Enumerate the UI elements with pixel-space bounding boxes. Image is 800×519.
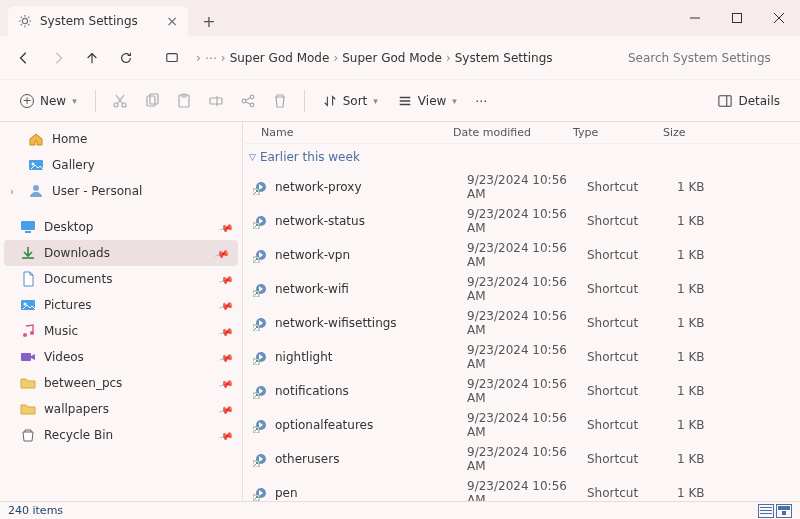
file-row[interactable]: otherusers9/23/2024 10:56 AMShortcut1 KB <box>245 442 800 476</box>
file-row[interactable]: network-vpn9/23/2024 10:56 AMShortcut1 K… <box>245 238 800 272</box>
rename-button[interactable] <box>202 89 230 113</box>
column-type[interactable]: Type <box>573 126 663 139</box>
pin-icon: 📌 <box>214 245 230 261</box>
svg-point-15 <box>250 95 254 99</box>
file-row[interactable]: nightlight9/23/2024 10:56 AMShortcut1 KB <box>245 340 800 374</box>
up-button[interactable] <box>76 42 108 74</box>
file-size: 1 KB <box>677 384 737 398</box>
file-type: Shortcut <box>587 248 677 262</box>
breadcrumb-segment[interactable]: System Settings <box>455 51 553 65</box>
file-row[interactable]: network-wifi9/23/2024 10:56 AMShortcut1 … <box>245 272 800 306</box>
file-row[interactable]: optionalfeatures9/23/2024 10:56 AMShortc… <box>245 408 800 442</box>
copy-button[interactable] <box>138 89 166 113</box>
close-button[interactable] <box>758 0 800 36</box>
file-row[interactable]: network-status9/23/2024 10:56 AMShortcut… <box>245 204 800 238</box>
new-tab-button[interactable]: + <box>192 6 226 36</box>
shortcut-icon <box>253 281 269 297</box>
location-icon[interactable] <box>156 42 188 74</box>
folder-icon <box>20 401 36 417</box>
minimize-button[interactable] <box>674 0 716 36</box>
file-date: 9/23/2024 10:56 AM <box>467 343 587 371</box>
paste-button[interactable] <box>170 89 198 113</box>
file-date: 9/23/2024 10:56 AM <box>467 309 587 337</box>
more-crumb[interactable]: ⋯ <box>205 51 217 65</box>
sidebar-item-recycle-bin[interactable]: Recycle Bin📌 <box>0 422 242 448</box>
sort-button[interactable]: Sort ▾ <box>315 90 386 112</box>
more-button[interactable]: ⋯ <box>469 90 493 112</box>
svg-rect-23 <box>25 231 31 233</box>
cut-button[interactable] <box>106 89 134 113</box>
search-input[interactable] <box>622 45 792 71</box>
file-type: Shortcut <box>587 452 677 466</box>
sidebar-item-downloads[interactable]: Downloads📌 <box>4 240 238 266</box>
file-row[interactable]: network-wifisettings9/23/2024 10:56 AMSh… <box>245 306 800 340</box>
column-headers[interactable]: Name Date modified Type Size <box>245 122 800 144</box>
file-date: 9/23/2024 10:56 AM <box>467 207 587 235</box>
file-type: Shortcut <box>587 214 677 228</box>
sidebar-item-gallery[interactable]: Gallery <box>0 152 242 178</box>
file-row[interactable]: network-proxy9/23/2024 10:56 AMShortcut1… <box>245 170 800 204</box>
chevron-right-icon: › <box>196 51 201 65</box>
column-name[interactable]: Name <box>253 126 453 139</box>
chevron-down-icon: ▽ <box>249 152 256 162</box>
shortcut-icon <box>253 451 269 467</box>
tab-close-button[interactable]: × <box>166 13 178 29</box>
thumbnails-view-button[interactable] <box>776 504 792 518</box>
shortcut-icon <box>253 247 269 263</box>
back-button[interactable] <box>8 42 40 74</box>
file-date: 9/23/2024 10:56 AM <box>467 275 587 303</box>
chevron-down-icon: ▾ <box>72 96 77 106</box>
pin-icon: 📌 <box>218 323 234 339</box>
sidebar-item-user-personal[interactable]: ›User - Personal <box>0 178 242 204</box>
details-view-button[interactable] <box>758 504 774 518</box>
title-bar: System Settings × + <box>0 0 800 36</box>
svg-point-0 <box>22 18 27 23</box>
tab-title: System Settings <box>40 14 138 28</box>
delete-button[interactable] <box>266 89 294 113</box>
sidebar-item-home[interactable]: Home <box>0 126 242 152</box>
maximize-button[interactable] <box>716 0 758 36</box>
share-button[interactable] <box>234 89 262 113</box>
group-header[interactable]: ▽ Earlier this week <box>245 144 800 170</box>
sidebar-item-music[interactable]: Music📌 <box>0 318 242 344</box>
file-size: 1 KB <box>677 214 737 228</box>
new-label: New <box>40 94 66 108</box>
pin-icon: 📌 <box>218 401 234 417</box>
forward-button[interactable] <box>42 42 74 74</box>
sidebar-item-pictures[interactable]: Pictures📌 <box>0 292 242 318</box>
sidebar-item-videos[interactable]: Videos📌 <box>0 344 242 370</box>
shortcut-icon <box>253 213 269 229</box>
details-button[interactable]: Details <box>710 90 788 112</box>
breadcrumb: › ⋯ › Super God Mode › Super God Mode › … <box>196 51 553 65</box>
view-label: View <box>418 94 446 108</box>
navigation-pane[interactable]: HomeGallery›User - PersonalDesktop📌Downl… <box>0 122 242 501</box>
new-button[interactable]: + New ▾ <box>12 90 85 112</box>
breadcrumb-segment[interactable]: Super God Mode <box>230 51 330 65</box>
gallery-icon <box>28 157 44 173</box>
file-name: network-status <box>275 214 467 228</box>
svg-point-6 <box>114 103 118 107</box>
plus-circle-icon: + <box>20 94 34 108</box>
file-type: Shortcut <box>587 316 677 330</box>
sidebar-item-label: between_pcs <box>44 376 122 390</box>
column-date[interactable]: Date modified <box>453 126 573 139</box>
file-size: 1 KB <box>677 350 737 364</box>
file-row[interactable]: notifications9/23/2024 10:56 AMShortcut1… <box>245 374 800 408</box>
sidebar-item-desktop[interactable]: Desktop📌 <box>0 214 242 240</box>
file-row[interactable]: pen9/23/2024 10:56 AMShortcut1 KB <box>245 476 800 501</box>
file-name: otherusers <box>275 452 467 466</box>
downloads-icon <box>20 245 36 261</box>
svg-point-26 <box>23 333 27 337</box>
sidebar-item-wallpapers[interactable]: wallpapers📌 <box>0 396 242 422</box>
tab-system-settings[interactable]: System Settings × <box>8 6 188 36</box>
sidebar-item-documents[interactable]: Documents📌 <box>0 266 242 292</box>
svg-point-20 <box>32 163 35 166</box>
svg-point-27 <box>30 331 34 335</box>
view-button[interactable]: View ▾ <box>390 90 465 112</box>
breadcrumb-segment[interactable]: Super God Mode <box>342 51 442 65</box>
refresh-button[interactable] <box>110 42 142 74</box>
column-size[interactable]: Size <box>663 126 723 139</box>
sidebar-item-between_pcs[interactable]: between_pcs📌 <box>0 370 242 396</box>
music-icon <box>20 323 36 339</box>
file-list[interactable]: Name Date modified Type Size ▽ Earlier t… <box>245 122 800 501</box>
